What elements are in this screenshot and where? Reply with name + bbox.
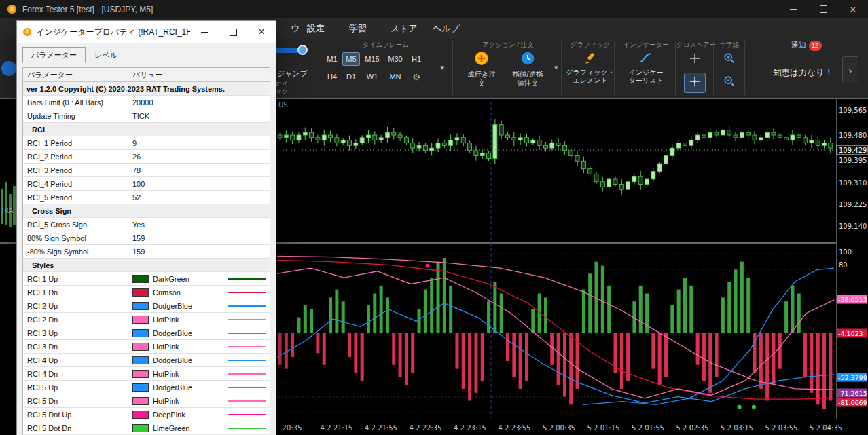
param-row[interactable]: RCI 4 UpDodgerBlue <box>23 354 270 367</box>
param-row[interactable]: RCI 3 UpDodgerBlue <box>23 326 270 340</box>
param-row[interactable]: RCI 5 Dot UpDeepPink <box>23 408 270 421</box>
param-value[interactable]: HotPink <box>128 394 270 407</box>
timeframe-dropdown-chevron-icon[interactable]: ▾ <box>440 63 444 72</box>
section-row[interactable]: Styles <box>23 259 270 272</box>
zoom-in-button[interactable] <box>719 50 740 70</box>
param-value[interactable]: 20000 <box>128 96 270 109</box>
jump-button[interactable]: ジャンプ <box>277 69 308 79</box>
color-swatch[interactable] <box>132 370 149 378</box>
dialog-close-button[interactable]: × <box>247 21 276 43</box>
timeframe-button-D1[interactable]: D1 <box>342 70 360 83</box>
param-row[interactable]: RCI 2 DnHotPink <box>23 313 270 326</box>
menu-item-ストア[interactable]: ストア <box>391 22 418 35</box>
color-swatch[interactable] <box>132 329 149 337</box>
color-swatch[interactable] <box>132 302 149 310</box>
market-order-button[interactable]: 成行き注文 <box>460 51 503 87</box>
maximize-button[interactable] <box>808 0 838 18</box>
menu-item-設定[interactable]: 設定 <box>307 22 325 35</box>
color-swatch[interactable] <box>132 424 149 432</box>
section-row[interactable]: RCI <box>23 123 270 136</box>
timeframe-button-H1[interactable]: H1 <box>408 52 425 66</box>
zoom-out-button[interactable] <box>719 73 740 93</box>
timeframe-settings-gear-icon[interactable]: ⚙ <box>408 70 425 83</box>
color-swatch[interactable] <box>132 411 149 419</box>
actions-dropdown-chevron-icon[interactable]: ▾ <box>554 63 558 72</box>
pending-order-button[interactable]: 指値/逆指値注文 <box>507 51 549 87</box>
param-row[interactable]: -80% Sign Symbol159 <box>23 245 270 259</box>
param-row[interactable]: RCI 4 DnHotPink <box>23 367 270 381</box>
crosshair-button[interactable] <box>684 50 706 70</box>
graphic-elements-button[interactable]: グラフィック・エレメント <box>566 51 614 85</box>
menu-item-partial[interactable]: ウ <box>291 22 300 35</box>
param-row[interactable]: Update TimingTICK <box>23 109 270 123</box>
notification-label[interactable]: 通知 <box>791 41 806 49</box>
section-row[interactable]: ver 1.2.0 Copyright (C) 2020-2023 RAT Tr… <box>23 82 270 96</box>
menu-item-ヘルプ[interactable]: ヘルプ <box>433 22 460 35</box>
param-row[interactable]: RCI 5 Dot DnLimeGreen <box>23 421 270 435</box>
indicator-list-button[interactable]: インジケーターリスト <box>622 51 670 85</box>
close-button[interactable]: × <box>838 0 868 18</box>
column-header-parameter[interactable]: パラメーター <box>23 68 128 81</box>
param-value[interactable]: DodgerBlue <box>128 299 270 312</box>
param-value[interactable]: Crimson <box>128 286 270 299</box>
dialog-maximize-button[interactable] <box>219 21 247 43</box>
collapse-panel-button[interactable]: › <box>842 56 858 83</box>
param-row[interactable]: RCI_5 Period52 <box>23 191 270 204</box>
param-row[interactable]: RCI_3 Period78 <box>23 164 270 177</box>
param-value[interactable]: DeepPink <box>128 408 270 421</box>
param-row[interactable]: RCI 3 DnHotPink <box>23 340 270 354</box>
param-value[interactable]: DodgerBlue <box>128 354 270 366</box>
tick-unit-label[interactable]: ティック <box>274 79 295 96</box>
minimize-button[interactable] <box>778 0 808 18</box>
home-tab-icon[interactable] <box>1 61 16 76</box>
dialog-minimize-button[interactable] <box>190 21 219 43</box>
timeframe-button-M1[interactable]: M1 <box>323 52 341 66</box>
param-row[interactable]: RCI 5 UpDodgerBlue <box>23 381 270 394</box>
param-row[interactable]: RCI_4 Period100 <box>23 177 270 191</box>
param-value[interactable]: LimeGreen <box>128 421 270 434</box>
timeframe-button-M30[interactable]: M30 <box>384 52 406 66</box>
color-swatch[interactable] <box>132 288 149 297</box>
param-value[interactable]: 159 <box>128 245 270 258</box>
color-swatch[interactable] <box>132 316 149 324</box>
timeframe-button-MN[interactable]: MN <box>384 70 406 83</box>
param-value[interactable]: 159 <box>128 231 270 244</box>
param-row[interactable]: RCI_1 Period9 <box>23 136 270 150</box>
param-value[interactable]: HotPink <box>128 313 270 326</box>
column-header-value[interactable]: バリュー <box>128 68 270 81</box>
color-swatch[interactable] <box>132 383 149 392</box>
tab-levels[interactable]: レベル <box>86 47 126 63</box>
param-value[interactable]: 26 <box>128 150 270 163</box>
dialog-titlebar[interactable]: インジケータープロパティ (!RAT_RCI_1H4L1D... × <box>17 21 276 43</box>
param-row[interactable]: Bars Limit (0 : All Bars)20000 <box>23 96 270 109</box>
timeframe-button-H4[interactable]: H4 <box>323 70 341 83</box>
timeframe-button-M5[interactable]: M5 <box>342 52 360 66</box>
param-value[interactable]: TICK <box>128 109 270 122</box>
param-value[interactable]: HotPink <box>128 340 270 353</box>
param-row[interactable]: RCI 2 UpDodgerBlue <box>23 299 270 313</box>
param-row[interactable]: RCI_2 Period26 <box>23 150 270 164</box>
param-value[interactable]: DodgerBlue <box>128 326 270 339</box>
param-value[interactable]: 78 <box>128 164 270 176</box>
param-value[interactable]: HotPink <box>128 367 270 380</box>
param-value[interactable]: 100 <box>128 177 270 190</box>
color-swatch[interactable] <box>132 397 149 405</box>
color-swatch[interactable] <box>132 275 149 283</box>
speed-slider-handle[interactable] <box>297 45 308 55</box>
param-value[interactable]: DarkGreen <box>128 272 270 285</box>
param-value[interactable]: Yes <box>128 218 270 231</box>
section-row[interactable]: Cross Sign <box>23 204 270 218</box>
color-swatch[interactable] <box>132 356 149 364</box>
param-value[interactable]: 9 <box>128 136 270 149</box>
param-value[interactable]: DodgerBlue <box>128 381 270 394</box>
param-row[interactable]: RCI_5 Cross SignYes <box>23 218 270 231</box>
tab-parameters[interactable]: パラメーター <box>22 47 86 63</box>
color-swatch[interactable] <box>132 343 149 351</box>
param-value[interactable]: 52 <box>128 191 270 204</box>
timeframe-button-W1[interactable]: W1 <box>361 70 383 83</box>
param-row[interactable]: RCI 5 DnHotPink <box>23 394 270 408</box>
param-row[interactable]: 80% Sign Symbol159 <box>23 231 270 245</box>
menu-item-学習[interactable]: 学習 <box>349 22 367 35</box>
crosshair-sync-button[interactable] <box>684 73 706 93</box>
timeframe-button-M15[interactable]: M15 <box>361 52 383 66</box>
